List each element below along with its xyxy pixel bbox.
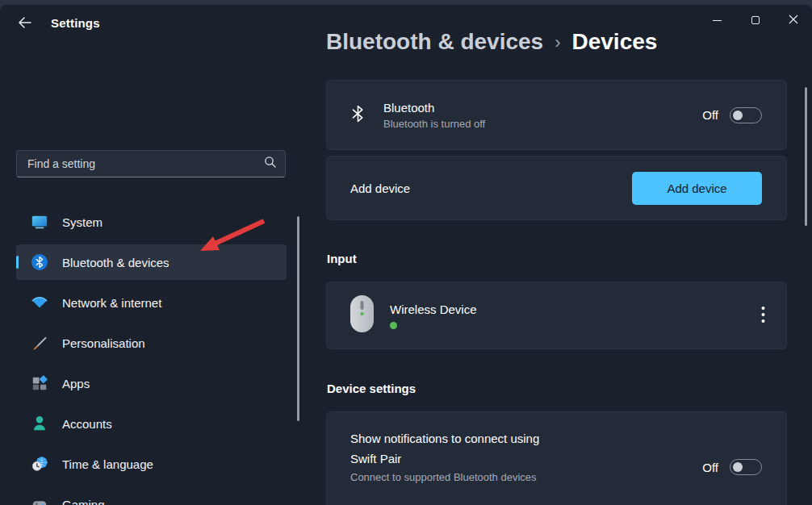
chevron-right-icon: › xyxy=(555,31,560,53)
swift-pair-toggle[interactable] xyxy=(730,459,762,475)
bluetooth-glyph-icon xyxy=(351,104,365,127)
toggle-knob xyxy=(733,111,743,120)
sidebar-item-apps[interactable]: Apps xyxy=(16,365,287,401)
sidebar-item-label: Network & internet xyxy=(62,296,161,310)
search-box xyxy=(16,150,286,177)
breadcrumb: Bluetooth & devices › Devices xyxy=(326,29,657,55)
sidebar-item-accounts[interactable]: Accounts xyxy=(16,406,287,441)
device-more-button[interactable] xyxy=(761,306,765,326)
add-device-label: Add device xyxy=(350,182,410,195)
wireless-device-row[interactable]: Wireless Device xyxy=(326,282,787,349)
input-section-header: Input xyxy=(327,252,357,265)
add-device-button[interactable]: Add device xyxy=(632,172,762,205)
sidebar-item-time-language[interactable]: Time & language xyxy=(16,446,287,482)
apps-icon xyxy=(30,374,49,393)
swift-pair-row: Show notifications to connect using Swif… xyxy=(326,411,787,505)
main-content: Bluetooth & devices › Devices Bluetooth … xyxy=(326,5,787,505)
swift-pair-title-line1: Show notifications to connect using xyxy=(350,428,762,449)
mouse-icon xyxy=(349,294,375,336)
gaming-icon xyxy=(30,495,49,505)
sidebar-item-bluetooth-devices[interactable]: Bluetooth & devices xyxy=(16,244,287,280)
search-input[interactable] xyxy=(27,157,264,170)
close-icon xyxy=(789,15,798,27)
personalisation-icon xyxy=(30,333,49,353)
sidebar: System Bluetooth & devices Network & int… xyxy=(0,42,303,505)
network-icon xyxy=(30,293,49,312)
sidebar-item-gaming[interactable]: Gaming xyxy=(16,486,287,505)
sidebar-item-system[interactable]: System xyxy=(16,204,287,240)
sidebar-nav: System Bluetooth & devices Network & int… xyxy=(16,204,287,505)
swift-pair-toggle-label: Off xyxy=(702,461,718,474)
arrow-left-icon xyxy=(18,19,32,31)
breadcrumb-parent[interactable]: Bluetooth & devices xyxy=(326,29,543,55)
add-device-row: Add device Add device xyxy=(326,156,787,220)
sidebar-item-label: Apps xyxy=(62,377,90,390)
sidebar-item-personalisation[interactable]: Personalisation xyxy=(16,325,287,361)
bluetooth-title: Bluetooth xyxy=(383,101,485,115)
system-icon xyxy=(30,212,49,232)
sidebar-item-label: Accounts xyxy=(62,417,112,431)
more-options-icon xyxy=(761,306,765,326)
sidebar-item-label: Gaming xyxy=(62,498,105,505)
bluetooth-icon xyxy=(30,252,49,272)
time-language-icon xyxy=(30,454,49,474)
sidebar-item-label: Personalisation xyxy=(62,336,145,350)
app-title: Settings xyxy=(51,16,100,30)
accounts-icon xyxy=(30,414,49,433)
bluetooth-subtitle: Bluetooth is turned off xyxy=(383,118,485,130)
back-button[interactable] xyxy=(13,13,37,34)
device-name: Wireless Device xyxy=(390,303,477,316)
bluetooth-toggle-label: Off xyxy=(702,108,718,122)
selection-pill xyxy=(16,256,19,269)
swift-pair-subtitle: Connect to supported Bluetooth devices xyxy=(350,471,762,483)
main-scrollbar[interactable] xyxy=(805,87,807,226)
bluetooth-setting-row: Bluetooth Bluetooth is turned off Off xyxy=(326,80,787,150)
toggle-knob xyxy=(733,462,743,472)
search-icon xyxy=(264,156,277,172)
sidebar-item-network-internet[interactable]: Network & internet xyxy=(16,285,287,320)
sidebar-scrollbar[interactable] xyxy=(297,216,299,421)
sidebar-item-label: Bluetooth & devices xyxy=(62,256,170,269)
device-settings-header: Device settings xyxy=(327,382,416,395)
page-title: Devices xyxy=(572,29,658,55)
swift-pair-title-line2: Swift Pair xyxy=(350,449,762,469)
settings-window: Settings System xyxy=(0,5,812,505)
sidebar-item-label: System xyxy=(62,215,103,229)
status-dot xyxy=(390,322,397,329)
sidebar-item-label: Time & language xyxy=(62,457,153,471)
bluetooth-toggle[interactable] xyxy=(730,107,762,123)
